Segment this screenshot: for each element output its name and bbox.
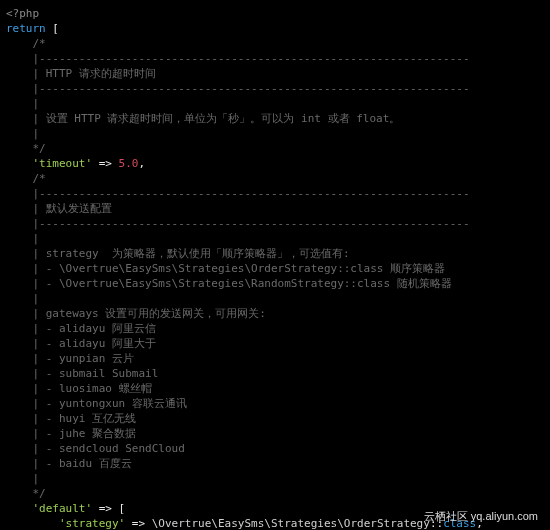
comment-line: | - baidu 百度云 <box>6 457 132 470</box>
comment-line: | - huyi 互亿无线 <box>6 412 136 425</box>
comment-line: |---------------------------------------… <box>6 187 470 200</box>
comment-line: | - luosimao 螺丝帽 <box>6 382 152 395</box>
comment-line: |---------------------------------------… <box>6 217 470 230</box>
comment-line: | - \Overtrue\EasySms\Strategies\OrderSt… <box>6 262 445 275</box>
comment-line: | 默认发送配置 <box>6 202 112 215</box>
comment-line: | - juhe 聚合数据 <box>6 427 136 440</box>
comment-line: | 设置 HTTP 请求超时时间，单位为「秒」。可以为 int 或者 float… <box>6 112 400 125</box>
watermark: 云栖社区 yq.aliyun.com <box>424 509 538 524</box>
comment-line: | - \Overtrue\EasySms\Strategies\RandomS… <box>6 277 452 290</box>
key-timeout: 'timeout' <box>33 157 93 170</box>
namespace: \Overtrue\EasySms\Strategies\OrderStrate… <box>152 517 430 530</box>
comment-line: | strategy 为策略器，默认使用「顺序策略器」，可选值有: <box>6 247 350 260</box>
indent <box>6 502 33 515</box>
comma: , <box>138 157 145 170</box>
comment-line: | <box>6 127 39 140</box>
comment-line: */ <box>6 142 46 155</box>
comment-line: |---------------------------------------… <box>6 82 470 95</box>
value-timeout: 5.0 <box>119 157 139 170</box>
keyword-return: return <box>6 22 46 35</box>
comment-line: | <box>6 232 39 245</box>
key-strategy: 'strategy' <box>59 517 125 530</box>
comment-line: | - yuntongxun 容联云通讯 <box>6 397 187 410</box>
arrow-bracket: => [ <box>92 502 125 515</box>
comment-line: | - alidayu 阿里云信 <box>6 322 156 335</box>
arrow: => <box>92 157 119 170</box>
comment-line: /* <box>6 37 46 50</box>
comment-line: /* <box>6 172 46 185</box>
indent <box>6 517 59 530</box>
comment-line: | - submail Submail <box>6 367 158 380</box>
comment-line: | - sendcloud SendCloud <box>6 442 185 455</box>
comment-line: | - alidayu 阿里大于 <box>6 337 156 350</box>
comment-line: | <box>6 472 39 485</box>
comment-line: | - yunpian 云片 <box>6 352 134 365</box>
indent <box>6 157 33 170</box>
arrow: => <box>125 517 152 530</box>
comment-line: | <box>6 292 39 305</box>
php-open-tag: <?php <box>6 7 39 20</box>
comment-line: | gateways 设置可用的发送网关，可用网关: <box>6 307 266 320</box>
code-block: <?php return [ /* |---------------------… <box>6 6 544 530</box>
key-default: 'default' <box>33 502 93 515</box>
bracket-open: [ <box>46 22 59 35</box>
comment-line: | HTTP 请求的超时时间 <box>6 67 156 80</box>
comment-line: | <box>6 97 39 110</box>
comment-line: */ <box>6 487 46 500</box>
comment-line: |---------------------------------------… <box>6 52 470 65</box>
